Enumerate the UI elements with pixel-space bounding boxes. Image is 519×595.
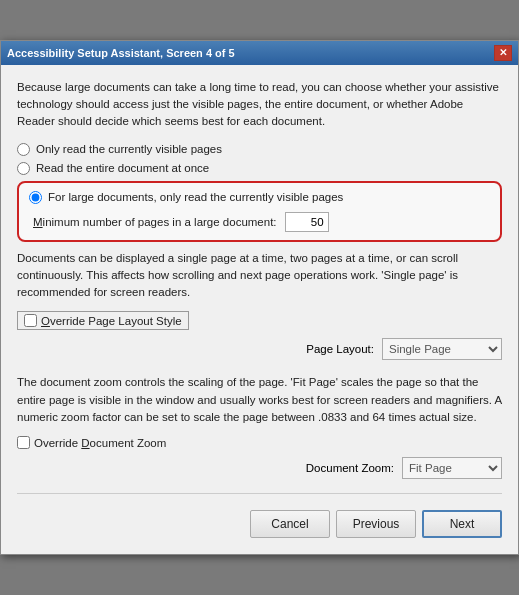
title-bar-buttons: ✕	[494, 45, 512, 61]
radio-option-3: For large documents, only read the curre…	[29, 191, 490, 204]
divider	[17, 493, 502, 494]
radio-option-2: Read the entire document at once	[17, 162, 502, 175]
radio-option-1-label: Only read the currently visible pages	[36, 143, 222, 155]
radio-option-1: Only read the currently visible pages	[17, 143, 502, 156]
override-zoom-checkbox[interactable]	[17, 436, 30, 449]
page-layout-row: Page Layout: Single Page Two Page Contin…	[17, 338, 502, 360]
radio-option-2-input[interactable]	[17, 162, 30, 175]
previous-button[interactable]: Previous	[336, 510, 416, 538]
document-zoom-dropdown[interactable]: Fit Page Fit Width Fit Height 25% 50% 75…	[402, 457, 502, 479]
override-page-layout-checkbox[interactable]	[24, 314, 37, 327]
radio-option-2-label: Read the entire document at once	[36, 162, 209, 174]
radio-option-1-input[interactable]	[17, 143, 30, 156]
section2-text: Documents can be displayed a single page…	[17, 250, 502, 302]
window-title: Accessibility Setup Assistant, Screen 4 …	[7, 47, 235, 59]
override-zoom-container[interactable]: Override Document Zoom	[17, 436, 166, 449]
content-area: Because large documents can take a long …	[1, 65, 518, 554]
document-zoom-label: Document Zoom:	[306, 462, 394, 474]
document-zoom-row: Document Zoom: Fit Page Fit Width Fit He…	[17, 457, 502, 479]
zoom-text: The document zoom controls the scaling o…	[17, 374, 502, 426]
next-button[interactable]: Next	[422, 510, 502, 538]
override-zoom-label: Override Document Zoom	[34, 437, 166, 449]
min-pages-label: Minimum number of pages in a large docum…	[33, 216, 277, 228]
min-pages-input[interactable]	[285, 212, 329, 232]
min-pages-row: Minimum number of pages in a large docum…	[29, 212, 490, 232]
close-button[interactable]: ✕	[494, 45, 512, 61]
override-page-layout-label: Override Page Layout Style	[41, 315, 182, 327]
intro-text: Because large documents can take a long …	[17, 79, 502, 131]
radio-option-3-label: For large documents, only read the curre…	[48, 191, 343, 203]
override-page-layout-row: Override Page Layout Style	[17, 311, 502, 330]
radio-option-3-input[interactable]	[29, 191, 42, 204]
main-window: Accessibility Setup Assistant, Screen 4 …	[0, 40, 519, 555]
page-layout-dropdown[interactable]: Single Page Two Page Continuous Two Page…	[382, 338, 502, 360]
button-row: Cancel Previous Next	[17, 504, 502, 544]
title-bar: Accessibility Setup Assistant, Screen 4 …	[1, 41, 518, 65]
page-layout-label: Page Layout:	[306, 343, 374, 355]
highlighted-section: For large documents, only read the curre…	[17, 181, 502, 242]
override-zoom-row: Override Document Zoom	[17, 436, 502, 449]
override-page-layout-container[interactable]: Override Page Layout Style	[17, 311, 189, 330]
cancel-button[interactable]: Cancel	[250, 510, 330, 538]
